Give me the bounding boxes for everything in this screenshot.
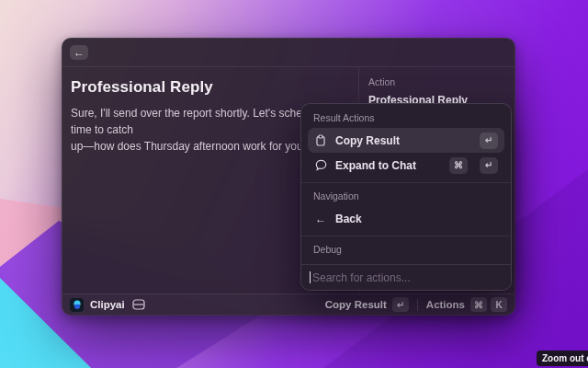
primary-action-button[interactable]: Copy Result <box>325 299 387 310</box>
actions-search-bar <box>301 264 511 290</box>
desktop: ← Professional Reply Sure, I'll send ove… <box>0 0 588 368</box>
status-bar: Clipyai Copy Result ↵ Actions ⌘ K <box>62 293 514 315</box>
section-title: Navigation <box>308 188 504 206</box>
menu-item-label: Copy Result <box>335 134 471 147</box>
section-title: Debug <box>308 241 504 259</box>
zoom-tooltip-text: Zoom out on <box>542 353 588 363</box>
actions-menu-list: Result Actions Copy Result ↵ <box>301 104 511 264</box>
chat-bubble-icon <box>314 159 327 171</box>
k-key-badge: K <box>491 297 507 312</box>
command-key-badge: ⌘ <box>449 157 468 174</box>
section-title: Result Actions <box>308 109 504 128</box>
menu-item-copy-result[interactable]: Copy Result ↵ <box>308 128 504 153</box>
back-button[interactable]: ← <box>70 45 88 60</box>
drawer-icon[interactable] <box>132 299 145 310</box>
return-key-badge: ↵ <box>480 132 498 149</box>
menu-item-label: Back <box>335 213 498 225</box>
clipboard-icon <box>314 134 327 146</box>
back-icon: ← <box>74 46 85 60</box>
command-key-badge: ⌘ <box>470 297 487 312</box>
return-key-badge: ↵ <box>480 157 498 174</box>
text-caret <box>310 271 311 283</box>
app-name: Clipyai <box>90 299 125 310</box>
clipyai-logo-icon <box>70 298 84 312</box>
actions-menu-button[interactable]: Actions <box>426 299 465 310</box>
result-title: Professional Reply <box>71 78 349 97</box>
return-key-badge: ↵ <box>392 297 409 312</box>
menu-item-label: Expand to Chat <box>335 159 441 172</box>
actions-search-input[interactable] <box>312 271 503 284</box>
menu-item-expand-to-chat[interactable]: Expand to Chat ⌘ ↵ <box>308 153 504 178</box>
actions-popup: Result Actions Copy Result ↵ <box>300 103 512 291</box>
arrow-left-icon: ← <box>314 213 327 225</box>
menu-section-debug: Debug Reload ⌘ R <box>301 236 511 264</box>
menu-section-result-actions: Result Actions Copy Result ↵ <box>308 109 504 178</box>
window-header: ← <box>62 39 514 67</box>
action-pane-header: Action <box>368 76 505 87</box>
menu-item-back[interactable]: ← Back <box>308 206 504 231</box>
zoom-tooltip: Zoom out on <box>537 351 588 366</box>
menu-section-navigation: Navigation ← Back <box>301 182 511 231</box>
status-bar-separator <box>417 299 418 311</box>
